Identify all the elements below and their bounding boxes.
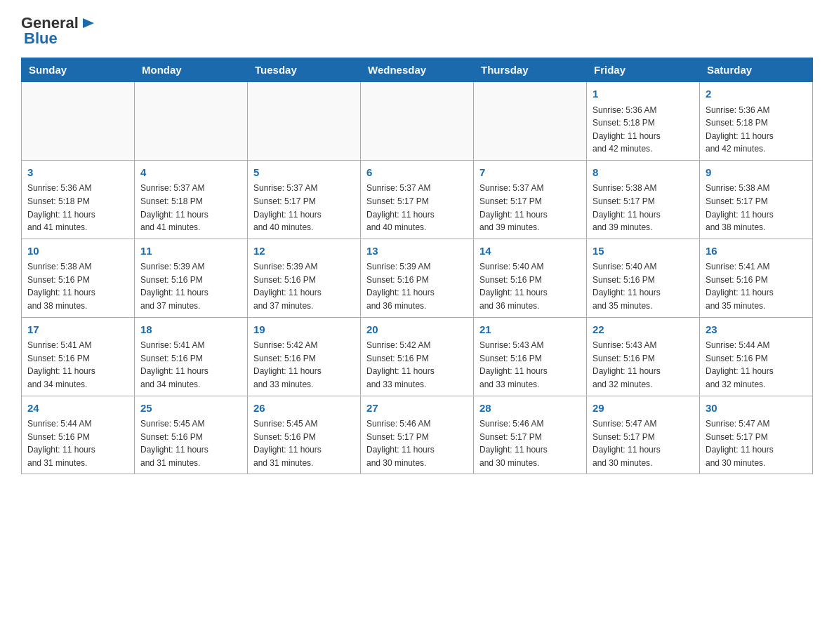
day-info: Sunrise: 5:45 AM Sunset: 5:16 PM Dayligh…: [253, 417, 355, 469]
day-number: 16: [706, 243, 807, 260]
day-info: Sunrise: 5:43 AM Sunset: 5:16 PM Dayligh…: [479, 339, 581, 391]
calendar-cell: 11Sunrise: 5:39 AM Sunset: 5:16 PM Dayli…: [135, 239, 248, 317]
calendar-cell: 21Sunrise: 5:43 AM Sunset: 5:16 PM Dayli…: [474, 317, 587, 396]
day-info: Sunrise: 5:37 AM Sunset: 5:17 PM Dayligh…: [366, 182, 468, 234]
day-header-tuesday: Tuesday: [248, 58, 361, 82]
calendar-cell: 3Sunrise: 5:36 AM Sunset: 5:18 PM Daylig…: [22, 160, 135, 239]
header-row: SundayMondayTuesdayWednesdayThursdayFrid…: [22, 58, 813, 82]
day-info: Sunrise: 5:44 AM Sunset: 5:16 PM Dayligh…: [706, 339, 807, 391]
calendar-table: SundayMondayTuesdayWednesdayThursdayFrid…: [21, 58, 813, 474]
day-header-friday: Friday: [587, 58, 700, 82]
page-header: General Blue: [21, 14, 813, 48]
day-info: Sunrise: 5:41 AM Sunset: 5:16 PM Dayligh…: [706, 260, 807, 312]
calendar-cell: 25Sunrise: 5:45 AM Sunset: 5:16 PM Dayli…: [135, 396, 248, 474]
day-number: 6: [366, 165, 468, 181]
day-number: 23: [706, 322, 807, 338]
day-info: Sunrise: 5:41 AM Sunset: 5:16 PM Dayligh…: [27, 339, 128, 391]
day-number: 8: [593, 165, 694, 181]
day-number: 4: [140, 165, 241, 181]
day-info: Sunrise: 5:37 AM Sunset: 5:17 PM Dayligh…: [253, 182, 355, 234]
day-info: Sunrise: 5:47 AM Sunset: 5:17 PM Dayligh…: [593, 417, 694, 469]
day-info: Sunrise: 5:46 AM Sunset: 5:17 PM Dayligh…: [479, 417, 581, 469]
day-number: 30: [706, 401, 807, 417]
day-info: Sunrise: 5:38 AM Sunset: 5:17 PM Dayligh…: [593, 182, 694, 234]
calendar-cell: [248, 82, 361, 161]
day-number: 2: [706, 86, 807, 102]
day-number: 28: [479, 401, 581, 417]
day-number: 9: [706, 165, 807, 181]
calendar-cell: 9Sunrise: 5:38 AM Sunset: 5:17 PM Daylig…: [700, 160, 813, 239]
calendar-cell: 16Sunrise: 5:41 AM Sunset: 5:16 PM Dayli…: [700, 239, 813, 317]
day-info: Sunrise: 5:37 AM Sunset: 5:17 PM Dayligh…: [479, 182, 581, 234]
calendar-cell: 18Sunrise: 5:41 AM Sunset: 5:16 PM Dayli…: [135, 317, 248, 396]
day-number: 21: [479, 322, 581, 338]
day-number: 1: [593, 86, 694, 102]
day-info: Sunrise: 5:43 AM Sunset: 5:16 PM Dayligh…: [593, 339, 694, 391]
calendar-cell: 24Sunrise: 5:44 AM Sunset: 5:16 PM Dayli…: [22, 396, 135, 474]
calendar-cell: 5Sunrise: 5:37 AM Sunset: 5:17 PM Daylig…: [248, 160, 361, 239]
day-info: Sunrise: 5:45 AM Sunset: 5:16 PM Dayligh…: [140, 417, 241, 469]
calendar-cell: 22Sunrise: 5:43 AM Sunset: 5:16 PM Dayli…: [587, 317, 700, 396]
calendar-cell: 19Sunrise: 5:42 AM Sunset: 5:16 PM Dayli…: [248, 317, 361, 396]
day-info: Sunrise: 5:36 AM Sunset: 5:18 PM Dayligh…: [27, 182, 128, 234]
day-info: Sunrise: 5:39 AM Sunset: 5:16 PM Dayligh…: [140, 260, 241, 312]
day-number: 24: [27, 401, 128, 417]
day-info: Sunrise: 5:39 AM Sunset: 5:16 PM Dayligh…: [366, 260, 468, 312]
calendar-cell: 1Sunrise: 5:36 AM Sunset: 5:18 PM Daylig…: [587, 82, 700, 161]
day-number: 25: [140, 401, 241, 417]
day-info: Sunrise: 5:46 AM Sunset: 5:17 PM Dayligh…: [366, 417, 468, 469]
calendar-cell: [361, 82, 474, 161]
calendar-cell: 14Sunrise: 5:40 AM Sunset: 5:16 PM Dayli…: [474, 239, 587, 317]
calendar-cell: 26Sunrise: 5:45 AM Sunset: 5:16 PM Dayli…: [248, 396, 361, 474]
day-number: 7: [479, 165, 581, 181]
day-number: 19: [253, 322, 355, 338]
logo: General Blue: [21, 14, 95, 48]
calendar-header: SundayMondayTuesdayWednesdayThursdayFrid…: [22, 58, 813, 82]
day-number: 29: [593, 401, 694, 417]
day-number: 11: [140, 243, 241, 260]
day-number: 15: [593, 243, 694, 260]
day-number: 26: [253, 401, 355, 417]
day-header-thursday: Thursday: [474, 58, 587, 82]
day-info: Sunrise: 5:39 AM Sunset: 5:16 PM Dayligh…: [253, 260, 355, 312]
day-number: 22: [593, 322, 694, 338]
calendar-cell: 15Sunrise: 5:40 AM Sunset: 5:16 PM Dayli…: [587, 239, 700, 317]
calendar-cell: [474, 82, 587, 161]
logo-triangle-icon: [80, 15, 95, 31]
day-number: 14: [479, 243, 581, 260]
day-number: 5: [253, 165, 355, 181]
calendar-cell: 6Sunrise: 5:37 AM Sunset: 5:17 PM Daylig…: [361, 160, 474, 239]
day-number: 20: [366, 322, 468, 338]
calendar-cell: 10Sunrise: 5:38 AM Sunset: 5:16 PM Dayli…: [22, 239, 135, 317]
day-info: Sunrise: 5:38 AM Sunset: 5:16 PM Dayligh…: [27, 260, 128, 312]
calendar-cell: 12Sunrise: 5:39 AM Sunset: 5:16 PM Dayli…: [248, 239, 361, 317]
day-info: Sunrise: 5:36 AM Sunset: 5:18 PM Dayligh…: [706, 104, 807, 156]
calendar-cell: 13Sunrise: 5:39 AM Sunset: 5:16 PM Dayli…: [361, 239, 474, 317]
week-row-2: 3Sunrise: 5:36 AM Sunset: 5:18 PM Daylig…: [22, 160, 813, 239]
calendar-cell: 20Sunrise: 5:42 AM Sunset: 5:16 PM Dayli…: [361, 317, 474, 396]
calendar-cell: [135, 82, 248, 161]
week-row-1: 1Sunrise: 5:36 AM Sunset: 5:18 PM Daylig…: [22, 82, 813, 161]
calendar-cell: 30Sunrise: 5:47 AM Sunset: 5:17 PM Dayli…: [700, 396, 813, 474]
calendar-cell: 23Sunrise: 5:44 AM Sunset: 5:16 PM Dayli…: [700, 317, 813, 396]
day-number: 12: [253, 243, 355, 260]
svg-marker-0: [83, 18, 94, 28]
day-number: 13: [366, 243, 468, 260]
day-number: 27: [366, 401, 468, 417]
day-info: Sunrise: 5:37 AM Sunset: 5:18 PM Dayligh…: [140, 182, 241, 234]
day-number: 10: [27, 243, 128, 260]
day-header-saturday: Saturday: [700, 58, 813, 82]
day-number: 3: [27, 165, 128, 181]
day-info: Sunrise: 5:42 AM Sunset: 5:16 PM Dayligh…: [366, 339, 468, 391]
day-info: Sunrise: 5:40 AM Sunset: 5:16 PM Dayligh…: [479, 260, 581, 312]
calendar-cell: 27Sunrise: 5:46 AM Sunset: 5:17 PM Dayli…: [361, 396, 474, 474]
week-row-5: 24Sunrise: 5:44 AM Sunset: 5:16 PM Dayli…: [22, 396, 813, 474]
calendar-cell: 28Sunrise: 5:46 AM Sunset: 5:17 PM Dayli…: [474, 396, 587, 474]
calendar-body: 1Sunrise: 5:36 AM Sunset: 5:18 PM Daylig…: [22, 82, 813, 474]
day-header-monday: Monday: [135, 58, 248, 82]
week-row-4: 17Sunrise: 5:41 AM Sunset: 5:16 PM Dayli…: [22, 317, 813, 396]
calendar-cell: 29Sunrise: 5:47 AM Sunset: 5:17 PM Dayli…: [587, 396, 700, 474]
calendar-cell: 7Sunrise: 5:37 AM Sunset: 5:17 PM Daylig…: [474, 160, 587, 239]
calendar-cell: 8Sunrise: 5:38 AM Sunset: 5:17 PM Daylig…: [587, 160, 700, 239]
calendar-cell: 2Sunrise: 5:36 AM Sunset: 5:18 PM Daylig…: [700, 82, 813, 161]
